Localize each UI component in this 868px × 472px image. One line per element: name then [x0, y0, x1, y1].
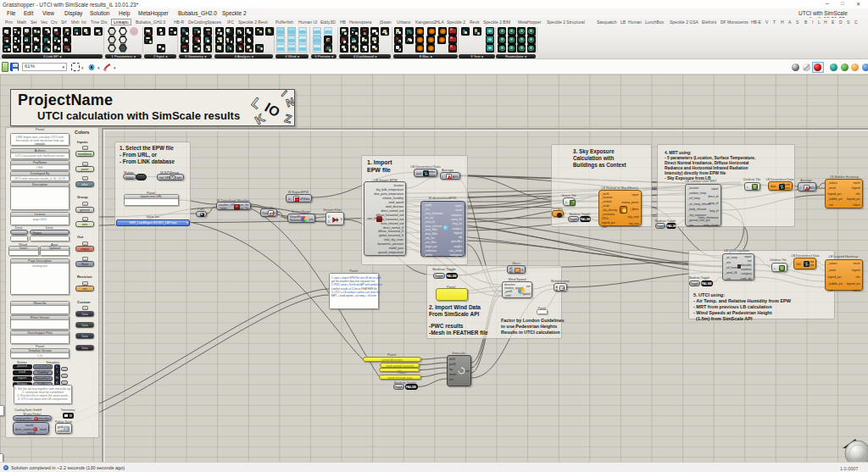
svg-text:L: L: [251, 95, 264, 112]
svg-text:Z: Z: [283, 112, 292, 125]
svg-text:N: N: [285, 95, 295, 109]
svg-text:IO: IO: [263, 100, 283, 120]
